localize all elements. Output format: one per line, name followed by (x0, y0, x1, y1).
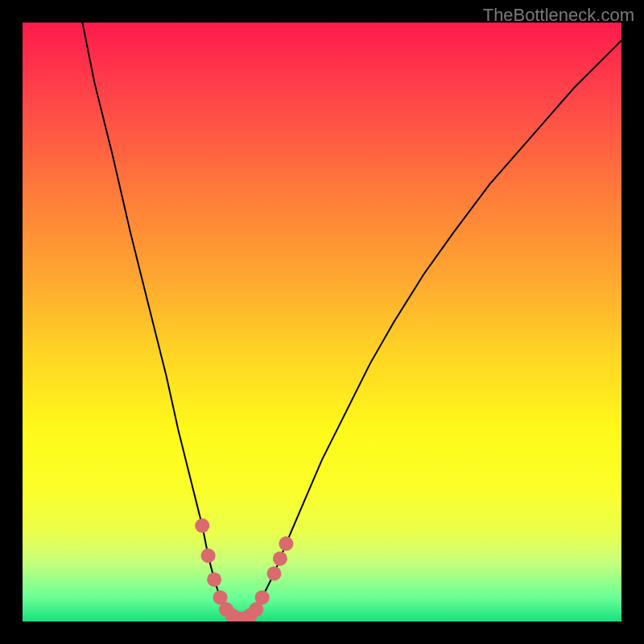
chart-area (23, 23, 621, 621)
watermark-text: TheBottleneck.com (483, 5, 634, 26)
highlight-dot (279, 536, 293, 551)
highlight-dot (195, 518, 209, 533)
bottleneck-chart-svg (23, 23, 621, 621)
bottleneck-curve-line (82, 23, 621, 618)
highlight-dot (201, 548, 216, 563)
highlight-dot (255, 590, 270, 605)
highlight-dot (267, 567, 282, 581)
highlight-dots-group (195, 518, 293, 621)
highlight-dot (273, 551, 287, 566)
highlight-dot (207, 572, 221, 587)
